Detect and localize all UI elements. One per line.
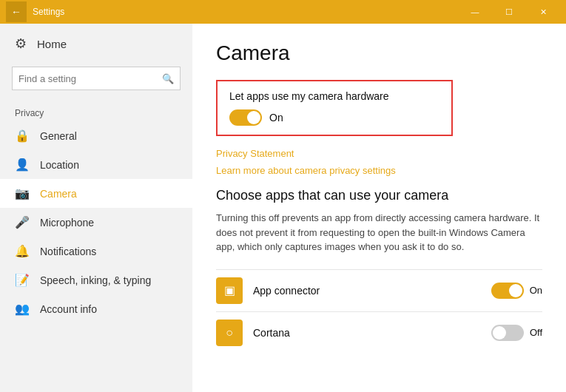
app-connector-toggle-row: On [491,283,542,299]
cortana-icon: ○ [226,326,233,339]
search-icon: 🔍 [162,73,174,84]
camera-icon: 📷 [15,186,30,200]
speech-icon: 📝 [15,273,30,287]
cortana-toggle-row: Off [491,325,542,341]
sidebar-label-notifications: Notifications [40,246,96,257]
sidebar-item-camera[interactable]: 📷 Camera [0,179,192,208]
app-connector-knob [509,284,522,297]
sidebar-item-speech[interactable]: 📝 Speech, inking, & typing [0,266,192,294]
cortana-icon-box: ○ [216,320,243,346]
window-controls: — ☐ ✕ [458,0,560,24]
account-icon: 👥 [15,302,30,316]
content-area: Camera Let apps use my camera hardware O… [192,24,566,392]
microphone-icon: 🎤 [15,215,30,229]
maximize-button[interactable]: ☐ [492,0,526,24]
toggle-knob [247,111,260,124]
location-icon: 👤 [15,158,30,172]
sidebar-item-notifications[interactable]: 🔔 Notifications [0,237,192,266]
sidebar-item-general[interactable]: 🔒 General [0,121,192,150]
home-label: Home [37,38,67,50]
sidebar-label-general: General [40,130,77,142]
page-title: Camera [216,41,542,65]
sidebar-item-account[interactable]: 👥 Account info [0,294,192,323]
camera-toggle-section: Let apps use my camera hardware On [216,80,453,136]
app-body: ⚙ Home 🔍 Privacy 🔒 General 👤 Location 📷 … [0,24,566,392]
toggle-state-label: On [269,112,283,124]
sidebar-section-label: Privacy [0,102,192,121]
app-item-connector: ▣ App connector On [216,269,542,311]
toggle-row: On [229,109,439,126]
cortana-name: Cortana [253,327,481,339]
app-connector-toggle[interactable] [491,283,524,299]
minimize-button[interactable]: — [458,0,492,24]
privacy-statement-link[interactable]: Privacy Statement [216,148,542,159]
toggle-label: Let apps use my camera hardware [229,90,439,102]
notifications-icon: 🔔 [15,244,30,258]
cortana-knob [493,326,506,339]
cortana-toggle[interactable] [491,325,524,341]
title-bar: ← Settings — ☐ ✕ [0,0,566,24]
sidebar-label-camera: Camera [40,188,77,200]
description-text: Turning this off prevents an app from di… [216,211,542,254]
app-connector-icon-box: ▣ [216,277,243,304]
sidebar-label-microphone: Microphone [40,217,94,229]
sidebar-item-microphone[interactable]: 🎤 Microphone [0,208,192,237]
sidebar-label-speech: Speech, inking, & typing [40,274,151,286]
app-connector-name: App connector [253,285,481,297]
back-icon: ← [11,6,21,18]
sidebar: ⚙ Home 🔍 Privacy 🔒 General 👤 Location 📷 … [0,24,192,392]
window-title: Settings [33,7,458,17]
camera-toggle[interactable] [229,109,262,126]
back-button[interactable]: ← [6,1,27,22]
general-icon: 🔒 [15,129,30,143]
sidebar-label-location: Location [40,159,79,171]
cortana-state: Off [530,327,542,338]
home-icon: ⚙ [15,36,27,52]
choose-section-title: Choose apps that can use your camera [216,188,542,203]
search-box: 🔍 [12,67,181,90]
sidebar-home[interactable]: ⚙ Home [0,24,192,64]
search-input[interactable] [18,73,162,84]
app-connector-state: On [530,285,542,296]
sidebar-label-account: Account info [40,303,97,315]
close-button[interactable]: ✕ [526,0,560,24]
app-item-cortana: ○ Cortana Off [216,311,542,354]
learn-more-link[interactable]: Learn more about camera privacy settings [216,165,542,176]
app-connector-icon: ▣ [224,283,235,297]
sidebar-item-location[interactable]: 👤 Location [0,150,192,179]
